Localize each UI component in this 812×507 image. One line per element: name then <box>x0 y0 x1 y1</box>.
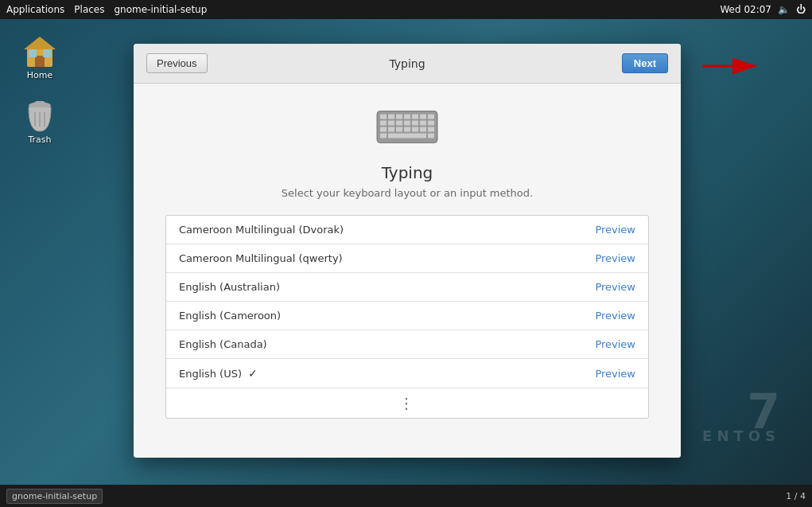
svg-rect-23 <box>404 121 410 126</box>
svg-rect-30 <box>404 127 410 132</box>
svg-rect-24 <box>412 121 418 126</box>
layout-item-english-us[interactable]: English (US) ✓ Preview <box>166 359 648 388</box>
previous-button[interactable]: Previous <box>146 53 208 73</box>
svg-rect-21 <box>388 121 394 126</box>
selected-checkmark: ✓ <box>248 367 258 380</box>
layout-name: Cameroon Multilingual (Dvorak) <box>179 224 344 236</box>
svg-rect-2 <box>35 56 45 67</box>
layout-item-english-cameroon[interactable]: English (Cameroon) Preview <box>166 302 648 330</box>
svg-rect-13 <box>380 115 387 119</box>
svg-rect-31 <box>412 127 418 132</box>
svg-rect-18 <box>420 115 426 119</box>
trash-icon <box>21 96 59 135</box>
clock: Wed 02:07 <box>720 4 771 15</box>
svg-rect-16 <box>404 115 410 119</box>
more-options-icon: ⋮ <box>399 395 415 411</box>
desktop: Applications Places gnome-initial-setup … <box>0 0 812 507</box>
keyboard-layout-list: Cameroon Multilingual (Dvorak) Preview C… <box>165 215 649 419</box>
svg-rect-33 <box>428 127 434 132</box>
keyboard-icon <box>375 103 439 150</box>
more-options[interactable]: ⋮ <box>166 388 648 418</box>
svg-rect-29 <box>396 127 402 132</box>
desktop-icons: Home Trash <box>8 32 72 145</box>
dialog-title: Typing <box>389 57 425 70</box>
app-menu[interactable]: Applications <box>6 4 64 15</box>
svg-rect-28 <box>388 127 394 132</box>
svg-rect-20 <box>380 121 387 126</box>
svg-rect-26 <box>428 121 434 126</box>
svg-rect-9 <box>35 101 45 106</box>
section-subtitle: Select your keyboard layout or an input … <box>282 187 533 199</box>
svg-rect-25 <box>420 121 426 126</box>
typing-dialog: Previous Typing Next <box>134 44 681 458</box>
preview-link-0[interactable]: Preview <box>595 224 635 236</box>
watermark: 7 ENTOS <box>702 388 780 443</box>
dialog-header: Previous Typing Next <box>134 44 681 84</box>
taskbar-top-right: Wed 02:07 🔈 ⏻ <box>720 4 806 15</box>
places-menu[interactable]: Places <box>74 4 104 15</box>
svg-rect-32 <box>420 127 426 132</box>
svg-rect-19 <box>428 115 434 119</box>
taskbar-bottom-right: 1 / 4 <box>786 491 806 501</box>
preview-link-5[interactable]: Preview <box>595 368 635 380</box>
page-indicator: 1 / 4 <box>786 491 806 501</box>
svg-rect-14 <box>388 115 394 119</box>
svg-rect-35 <box>388 134 426 138</box>
layout-item-english-canada[interactable]: English (Canada) Preview <box>166 330 648 359</box>
layout-name: English (Cameroon) <box>179 310 281 322</box>
home-icon <box>21 32 59 70</box>
dialog-body: Typing Select your keyboard layout or an… <box>134 84 681 458</box>
svg-rect-27 <box>380 127 387 132</box>
taskbar-top-left: Applications Places gnome-initial-setup <box>6 4 207 15</box>
preview-link-3[interactable]: Preview <box>595 310 635 322</box>
next-button-arrow <box>702 54 766 84</box>
layout-name: English (US) <box>179 368 242 380</box>
svg-rect-17 <box>412 115 418 119</box>
layout-name: English (Canada) <box>179 338 267 350</box>
svg-rect-4 <box>43 49 51 57</box>
preview-link-2[interactable]: Preview <box>595 281 635 293</box>
speaker-icon: 🔈 <box>778 4 790 15</box>
svg-rect-15 <box>396 115 402 119</box>
taskbar-item-label: gnome-initial-setup <box>12 491 97 501</box>
svg-rect-34 <box>380 134 387 138</box>
power-icon[interactable]: ⏻ <box>796 4 806 15</box>
window-menu[interactable]: gnome-initial-setup <box>114 4 207 15</box>
svg-marker-1 <box>24 37 56 49</box>
watermark-text: ENTOS <box>702 429 780 443</box>
section-title: Typing <box>382 163 433 182</box>
layout-name: English (Australian) <box>179 281 280 293</box>
svg-rect-36 <box>428 134 434 138</box>
svg-rect-22 <box>396 121 402 126</box>
svg-rect-3 <box>29 49 37 57</box>
layout-item-cameroon-qwerty[interactable]: Cameroon Multilingual (qwerty) Preview <box>166 244 648 273</box>
next-button[interactable]: Next <box>622 53 668 73</box>
trash-icon-label: Trash <box>28 135 51 145</box>
preview-link-1[interactable]: Preview <box>595 252 635 264</box>
taskbar-bottom-item[interactable]: gnome-initial-setup <box>6 489 103 504</box>
layout-name: Cameroon Multilingual (qwerty) <box>179 252 343 264</box>
taskbar-bottom: gnome-initial-setup 1 / 4 <box>0 485 812 507</box>
home-icon-label: Home <box>27 70 52 80</box>
watermark-number: 7 <box>747 384 780 439</box>
layout-item-cameroon-dvorak[interactable]: Cameroon Multilingual (Dvorak) Preview <box>166 216 648 244</box>
preview-link-4[interactable]: Preview <box>595 338 635 350</box>
taskbar-top: Applications Places gnome-initial-setup … <box>0 0 812 19</box>
layout-item-english-australian[interactable]: English (Australian) Preview <box>166 273 648 302</box>
home-desktop-icon[interactable]: Home <box>8 32 72 80</box>
trash-desktop-icon[interactable]: Trash <box>8 96 72 145</box>
